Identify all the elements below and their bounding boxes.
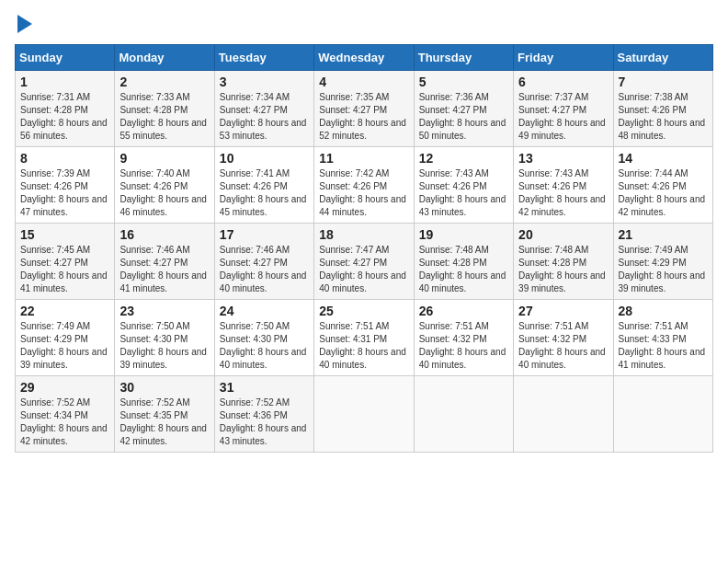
day-number: 28 <box>619 304 708 318</box>
day-info: Sunrise: 7:51 AM Sunset: 4:32 PM Dayligh… <box>419 320 508 372</box>
day-number: 20 <box>518 227 608 242</box>
calendar-cell <box>414 376 513 453</box>
day-info: Sunrise: 7:51 AM Sunset: 4:31 PM Dayligh… <box>319 320 408 372</box>
calendar-cell: 31 Sunrise: 7:52 AM Sunset: 4:36 PM Dayl… <box>214 376 313 453</box>
calendar-cell <box>514 376 613 453</box>
day-number: 3 <box>220 75 309 89</box>
day-number: 5 <box>419 75 508 89</box>
day-number: 6 <box>518 75 608 89</box>
day-info: Sunrise: 7:49 AM Sunset: 4:29 PM Dayligh… <box>619 244 708 295</box>
day-info: Sunrise: 7:39 AM Sunset: 4:26 PM Dayligh… <box>20 167 109 219</box>
weekday-header-wednesday: Wednesday <box>314 45 414 71</box>
day-info: Sunrise: 7:41 AM Sunset: 4:26 PM Dayligh… <box>220 167 309 219</box>
calendar-cell: 6 Sunrise: 7:37 AM Sunset: 4:27 PM Dayli… <box>514 71 613 147</box>
day-number: 10 <box>220 151 309 166</box>
day-info: Sunrise: 7:33 AM Sunset: 4:28 PM Dayligh… <box>119 91 209 143</box>
calendar-cell: 19 Sunrise: 7:48 AM Sunset: 4:28 PM Dayl… <box>414 224 513 300</box>
calendar-cell: 15 Sunrise: 7:45 AM Sunset: 4:27 PM Dayl… <box>16 224 115 300</box>
calendar-cell: 9 Sunrise: 7:40 AM Sunset: 4:26 PM Dayli… <box>115 147 214 224</box>
day-number: 1 <box>20 75 109 89</box>
day-number: 29 <box>20 380 109 395</box>
calendar-cell: 22 Sunrise: 7:49 AM Sunset: 4:29 PM Dayl… <box>16 300 115 376</box>
calendar-cell: 11 Sunrise: 7:42 AM Sunset: 4:26 PM Dayl… <box>314 147 414 224</box>
calendar-cell <box>314 376 414 453</box>
calendar-cell <box>613 376 712 453</box>
logo-arrow-icon <box>17 15 32 33</box>
day-number: 19 <box>419 227 508 242</box>
day-info: Sunrise: 7:50 AM Sunset: 4:30 PM Dayligh… <box>119 320 209 372</box>
day-info: Sunrise: 7:48 AM Sunset: 4:28 PM Dayligh… <box>518 244 608 295</box>
day-info: Sunrise: 7:45 AM Sunset: 4:27 PM Dayligh… <box>20 244 109 295</box>
calendar-cell: 24 Sunrise: 7:50 AM Sunset: 4:30 PM Dayl… <box>214 300 313 376</box>
weekday-header-sunday: Sunday <box>16 45 115 71</box>
logo <box>15 15 32 33</box>
calendar-cell: 13 Sunrise: 7:43 AM Sunset: 4:26 PM Dayl… <box>514 147 613 224</box>
calendar-cell: 18 Sunrise: 7:47 AM Sunset: 4:27 PM Dayl… <box>314 224 414 300</box>
day-info: Sunrise: 7:40 AM Sunset: 4:26 PM Dayligh… <box>119 167 209 219</box>
day-info: Sunrise: 7:51 AM Sunset: 4:33 PM Dayligh… <box>619 320 708 372</box>
calendar-cell: 30 Sunrise: 7:52 AM Sunset: 4:35 PM Dayl… <box>115 376 214 453</box>
day-number: 22 <box>20 304 109 318</box>
day-info: Sunrise: 7:44 AM Sunset: 4:26 PM Dayligh… <box>619 167 708 219</box>
day-number: 23 <box>119 304 209 318</box>
day-number: 16 <box>119 227 209 242</box>
day-number: 4 <box>319 75 408 89</box>
calendar-cell: 1 Sunrise: 7:31 AM Sunset: 4:28 PM Dayli… <box>16 71 115 147</box>
calendar-cell: 12 Sunrise: 7:43 AM Sunset: 4:26 PM Dayl… <box>414 147 513 224</box>
calendar-table: SundayMondayTuesdayWednesdayThursdayFrid… <box>15 44 713 453</box>
day-number: 26 <box>419 304 508 318</box>
day-number: 7 <box>619 75 708 89</box>
calendar-cell: 4 Sunrise: 7:35 AM Sunset: 4:27 PM Dayli… <box>314 71 414 147</box>
day-number: 12 <box>419 151 508 166</box>
day-number: 11 <box>319 151 408 166</box>
calendar-cell: 28 Sunrise: 7:51 AM Sunset: 4:33 PM Dayl… <box>613 300 712 376</box>
calendar-cell: 8 Sunrise: 7:39 AM Sunset: 4:26 PM Dayli… <box>16 147 115 224</box>
day-number: 2 <box>119 75 209 89</box>
day-info: Sunrise: 7:38 AM Sunset: 4:26 PM Dayligh… <box>619 91 708 143</box>
day-number: 31 <box>220 380 309 395</box>
day-info: Sunrise: 7:34 AM Sunset: 4:27 PM Dayligh… <box>220 91 309 143</box>
weekday-header-friday: Friday <box>514 45 613 71</box>
calendar-cell: 20 Sunrise: 7:48 AM Sunset: 4:28 PM Dayl… <box>514 224 613 300</box>
calendar-cell: 23 Sunrise: 7:50 AM Sunset: 4:30 PM Dayl… <box>115 300 214 376</box>
day-number: 25 <box>319 304 408 318</box>
day-number: 18 <box>319 227 408 242</box>
calendar-cell: 7 Sunrise: 7:38 AM Sunset: 4:26 PM Dayli… <box>613 71 712 147</box>
calendar-cell: 25 Sunrise: 7:51 AM Sunset: 4:31 PM Dayl… <box>314 300 414 376</box>
day-info: Sunrise: 7:42 AM Sunset: 4:26 PM Dayligh… <box>319 167 408 219</box>
calendar-cell: 10 Sunrise: 7:41 AM Sunset: 4:26 PM Dayl… <box>214 147 313 224</box>
calendar-cell: 29 Sunrise: 7:52 AM Sunset: 4:34 PM Dayl… <box>16 376 115 453</box>
weekday-header-monday: Monday <box>115 45 214 71</box>
day-info: Sunrise: 7:50 AM Sunset: 4:30 PM Dayligh… <box>220 320 309 372</box>
day-number: 9 <box>119 151 209 166</box>
day-info: Sunrise: 7:52 AM Sunset: 4:34 PM Dayligh… <box>20 396 109 448</box>
calendar-cell: 17 Sunrise: 7:46 AM Sunset: 4:27 PM Dayl… <box>214 224 313 300</box>
day-number: 17 <box>220 227 309 242</box>
day-info: Sunrise: 7:52 AM Sunset: 4:35 PM Dayligh… <box>119 396 209 448</box>
day-number: 14 <box>619 151 708 166</box>
calendar-cell: 16 Sunrise: 7:46 AM Sunset: 4:27 PM Dayl… <box>115 224 214 300</box>
weekday-header-tuesday: Tuesday <box>214 45 313 71</box>
day-info: Sunrise: 7:36 AM Sunset: 4:27 PM Dayligh… <box>419 91 508 143</box>
day-info: Sunrise: 7:51 AM Sunset: 4:32 PM Dayligh… <box>518 320 608 372</box>
day-info: Sunrise: 7:43 AM Sunset: 4:26 PM Dayligh… <box>518 167 608 219</box>
day-info: Sunrise: 7:31 AM Sunset: 4:28 PM Dayligh… <box>20 91 109 143</box>
day-number: 27 <box>518 304 608 318</box>
day-info: Sunrise: 7:48 AM Sunset: 4:28 PM Dayligh… <box>419 244 508 295</box>
day-info: Sunrise: 7:47 AM Sunset: 4:27 PM Dayligh… <box>319 244 408 295</box>
weekday-header-thursday: Thursday <box>414 45 513 71</box>
day-info: Sunrise: 7:46 AM Sunset: 4:27 PM Dayligh… <box>220 244 309 295</box>
day-number: 13 <box>518 151 608 166</box>
weekday-header-saturday: Saturday <box>613 45 712 71</box>
day-number: 21 <box>619 227 708 242</box>
day-number: 30 <box>119 380 209 395</box>
calendar-cell: 5 Sunrise: 7:36 AM Sunset: 4:27 PM Dayli… <box>414 71 513 147</box>
calendar-cell: 3 Sunrise: 7:34 AM Sunset: 4:27 PM Dayli… <box>214 71 313 147</box>
day-info: Sunrise: 7:52 AM Sunset: 4:36 PM Dayligh… <box>220 396 309 448</box>
page-header <box>15 15 713 33</box>
day-number: 8 <box>20 151 109 166</box>
day-info: Sunrise: 7:43 AM Sunset: 4:26 PM Dayligh… <box>419 167 508 219</box>
day-info: Sunrise: 7:37 AM Sunset: 4:27 PM Dayligh… <box>518 91 608 143</box>
calendar-cell: 27 Sunrise: 7:51 AM Sunset: 4:32 PM Dayl… <box>514 300 613 376</box>
calendar-cell: 26 Sunrise: 7:51 AM Sunset: 4:32 PM Dayl… <box>414 300 513 376</box>
